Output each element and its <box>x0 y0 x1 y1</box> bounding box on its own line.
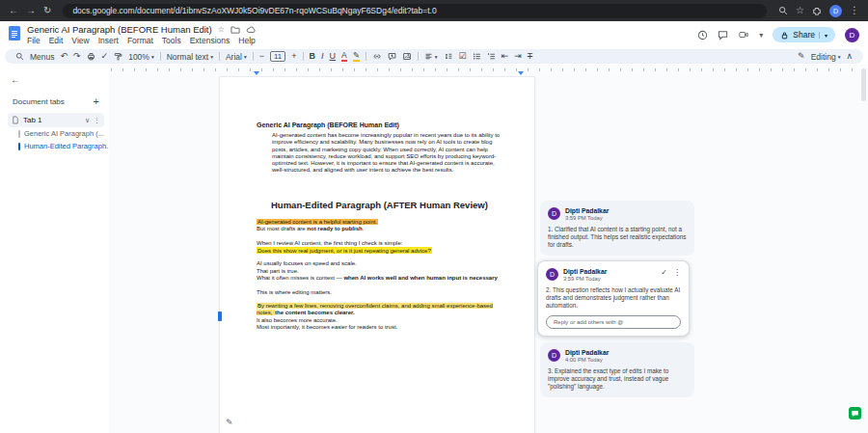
menu-format[interactable]: Format <box>127 36 153 45</box>
font-size-field[interactable]: 11 <box>270 51 285 62</box>
left-indent-marker[interactable] <box>254 71 259 75</box>
menu-extensions[interactable]: Extensions <box>190 36 231 45</box>
font-family-select[interactable]: Arial ▾ <box>226 52 247 62</box>
share-chevron-icon[interactable]: ▾ <box>819 32 827 39</box>
address-bar[interactable]: docs.google.com/document/d/1ibnvSzAoXWJ0… <box>63 4 767 18</box>
outline-label: Generic AI Paragraph (... <box>24 129 104 138</box>
menu-insert[interactable]: Insert <box>98 36 119 45</box>
extensions-puzzle-icon[interactable] <box>812 6 822 15</box>
doc-line-4: Does this show real judgment, or is it j… <box>257 247 507 254</box>
tab-expand-chevron-icon[interactable]: ∨ <box>85 117 90 124</box>
increase-indent-icon[interactable]: ⇥ <box>514 52 522 61</box>
paragraph-style-select[interactable]: Normal text ▾ <box>167 52 213 62</box>
paint-format-icon[interactable] <box>114 52 122 61</box>
scrollbar-thumb[interactable] <box>861 68 866 101</box>
tabs-header: Document tabs + <box>0 87 109 110</box>
horizontal-ruler[interactable] <box>111 65 856 72</box>
browser-menu-icon[interactable]: ⋮ <box>850 6 859 15</box>
forward-icon[interactable]: → <box>26 6 36 15</box>
align-select[interactable]: ▾ <box>424 52 438 61</box>
menu-edit[interactable]: Edit <box>49 36 64 45</box>
align-chevron-icon: ▾ <box>435 54 438 60</box>
right-indent-marker[interactable] <box>518 71 524 75</box>
outline-item-generic[interactable]: Generic AI Paragraph (... <box>18 127 109 140</box>
share-button[interactable]: Share ▾ <box>773 27 835 42</box>
move-folder-icon[interactable] <box>231 25 240 34</box>
back-icon[interactable]: ← <box>9 6 18 15</box>
add-tab-icon[interactable]: + <box>94 95 99 107</box>
meet-video-icon[interactable] <box>738 30 749 40</box>
search-icon[interactable] <box>778 6 788 15</box>
toolbar-search-icon[interactable] <box>15 52 24 61</box>
blank-line <box>257 296 507 303</box>
outline-marker <box>18 130 20 138</box>
line-spacing-icon[interactable] <box>444 52 453 61</box>
bold-icon[interactable]: B <box>310 52 316 61</box>
doc-line-7: What it often misses is context — when A… <box>257 275 507 282</box>
font-family-value: Arial <box>226 52 242 62</box>
document-page[interactable]: Generic AI Paragraph (BEFORE Human Edit)… <box>220 77 534 433</box>
comment-text: 1. Clarified that AI content is a starti… <box>548 226 687 248</box>
menu-bar: File Edit View Insert Format Tools Exten… <box>27 36 257 45</box>
decrease-indent-icon[interactable]: ⇤ <box>502 52 509 61</box>
star-icon[interactable]: ☆ <box>218 25 225 34</box>
mode-chevron-icon: ▾ <box>838 54 841 60</box>
decrease-font-icon[interactable]: − <box>259 52 264 61</box>
print-icon[interactable] <box>87 52 95 61</box>
highlighted-sentence-2[interactable]: Does this show real judgment, or is it j… <box>257 247 432 254</box>
checklist-icon[interactable]: ☑ <box>459 52 467 61</box>
editing-mode-select[interactable]: Editing ▾ <box>811 52 841 62</box>
zoom-chevron-icon: ▾ <box>151 54 154 60</box>
chat-icon[interactable] <box>849 407 861 419</box>
tab-item[interactable]: Tab 1 ∨ ⋮ <box>8 113 104 127</box>
highlight-color-icon[interactable]: ✎ <box>353 51 360 62</box>
clear-formatting-icon[interactable]: T <box>528 52 533 61</box>
menu-help[interactable]: Help <box>238 36 255 45</box>
version-history-icon[interactable] <box>697 30 708 41</box>
resolve-check-icon[interactable]: ✓ <box>661 268 667 277</box>
comment-card-active[interactable]: D Dipti Padalkar 3:59 PM Today ✓ ⋮ 2. Th… <box>537 260 690 337</box>
cloud-status-icon[interactable] <box>246 25 257 34</box>
collapse-menus-icon[interactable]: ∧ <box>846 52 853 61</box>
toolbar-divider <box>253 52 254 61</box>
comment-card[interactable]: D Dipti Padalkar 3:59 PM Today 1. Clarif… <box>540 201 694 256</box>
spellcheck-icon[interactable]: ✓ <box>101 52 109 61</box>
italic-icon[interactable]: I <box>321 52 324 61</box>
insert-link-icon[interactable] <box>372 52 382 61</box>
reply-input[interactable] <box>546 315 681 329</box>
tab-menu-icon[interactable]: ⋮ <box>94 117 100 124</box>
menus-button[interactable]: Menus <box>30 52 55 62</box>
numbered-list-icon[interactable] <box>487 52 496 61</box>
paragraph-style-value: Normal text <box>167 52 208 62</box>
doc-line-2b: not ready to publish <box>307 226 362 231</box>
comment-menu-icon[interactable]: ⋮ <box>673 268 681 277</box>
comment-card[interactable]: D Dipti Padalkar 4:00 PM Today 3. Explai… <box>540 342 694 397</box>
open-comments-icon[interactable] <box>718 30 728 41</box>
menu-tools[interactable]: Tools <box>162 36 181 45</box>
redo-icon[interactable]: ↷ <box>73 52 81 61</box>
browser-profile-avatar[interactable]: D <box>829 5 842 17</box>
zoom-select[interactable]: 100% ▾ <box>128 52 154 62</box>
undo-icon[interactable]: ↶ <box>61 52 68 61</box>
browser-chrome: ← → ↻ docs.google.com/document/d/1ibnvSz… <box>0 0 868 21</box>
document-title[interactable]: Generic AI Paragraph (BEFORE Human Edit) <box>27 24 212 35</box>
highlighted-sentence-1[interactable]: AI-generated content is a helpful starti… <box>257 219 378 225</box>
outline-item-human-edited[interactable]: Human-Edited Paragraph... <box>18 140 109 152</box>
meet-chevron-icon[interactable]: ▾ <box>759 31 763 40</box>
pen-tool-icon[interactable]: ✎ <box>226 418 233 427</box>
text-color-icon[interactable]: A <box>341 51 347 62</box>
bulleted-list-icon[interactable] <box>473 52 481 61</box>
insert-image-icon[interactable] <box>402 52 412 61</box>
vertical-scrollbar[interactable] <box>861 68 866 429</box>
increase-font-icon[interactable]: + <box>291 52 296 61</box>
bookmark-star-icon[interactable]: ☆ <box>796 6 804 15</box>
underline-icon[interactable]: U <box>330 52 337 61</box>
menu-view[interactable]: View <box>71 36 89 45</box>
account-avatar[interactable]: D <box>845 28 859 42</box>
doc-line-3: When I review AI content, the first thin… <box>257 240 507 247</box>
add-comment-icon[interactable] <box>388 52 396 61</box>
reload-icon[interactable]: ↻ <box>43 6 51 15</box>
docs-logo-icon[interactable] <box>9 26 20 44</box>
hide-tabs-button[interactable]: ← <box>8 71 23 87</box>
menu-file[interactable]: File <box>27 36 41 45</box>
